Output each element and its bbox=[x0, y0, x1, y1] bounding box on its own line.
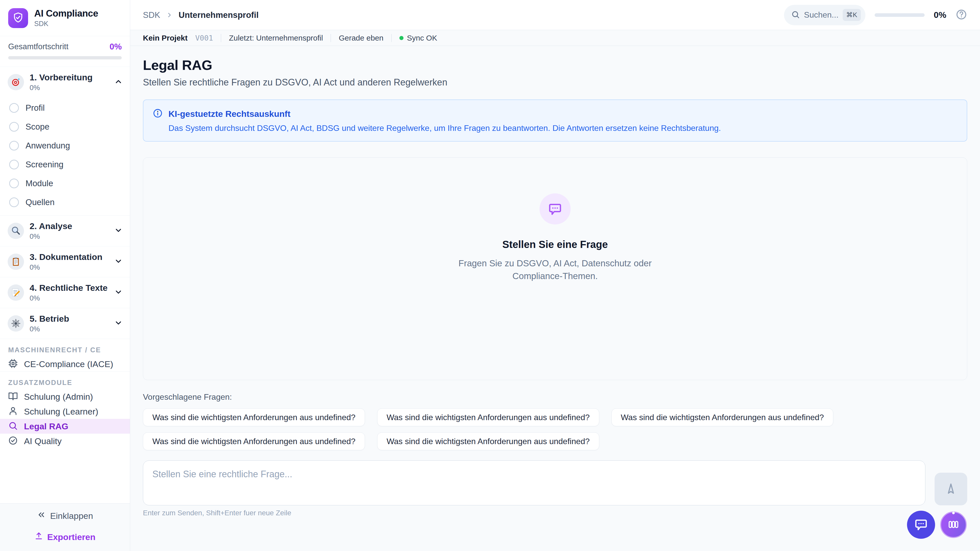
last-visited: Zuletzt: Unternehmensprofil bbox=[229, 34, 323, 42]
suggestion-chip[interactable]: Was sind die wichtigsten Anforderungen a… bbox=[377, 408, 599, 426]
empty-state-title: Stellen Sie eine Frage bbox=[502, 239, 608, 250]
section-percent: 0% bbox=[30, 294, 108, 302]
question-input[interactable] bbox=[143, 460, 925, 505]
memo-pencil-icon bbox=[8, 284, 24, 301]
breadcrumb-root[interactable]: SDK bbox=[143, 10, 160, 20]
search-icon bbox=[8, 421, 18, 432]
group-header-maschinenrecht: MASCHINENRECHT / CE bbox=[0, 339, 130, 357]
step-radio-icon bbox=[9, 103, 19, 113]
overall-progress-bar bbox=[8, 56, 122, 59]
suggestion-chip[interactable]: Was sind die wichtigsten Anforderungen a… bbox=[377, 432, 599, 450]
sidebar-nav: 1. Vorbereitung 0% Profil Scope bbox=[0, 67, 130, 503]
info-banner-body: Das System durchsucht DSGVO, AI Act, BDS… bbox=[169, 124, 958, 133]
question-circle-icon bbox=[956, 9, 967, 21]
app-title-block: AI Compliance SDK bbox=[34, 8, 98, 28]
send-button[interactable] bbox=[935, 473, 967, 505]
step-radio-icon bbox=[9, 160, 19, 169]
version-badge: V001 bbox=[195, 34, 213, 42]
chevrons-left-icon bbox=[37, 510, 46, 521]
export-button[interactable]: Exportieren bbox=[35, 532, 95, 542]
group-header-zusatzmodule: ZUSATZMODULE bbox=[0, 372, 130, 389]
sidebar-item-ai-quality[interactable]: AI Quality bbox=[0, 433, 130, 448]
sidebar-item-schulung-admin[interactable]: Schulung (Admin) bbox=[0, 389, 130, 404]
chevron-down-icon bbox=[114, 288, 123, 297]
sidebar-section-dokumentation[interactable]: 3. Dokumentation 0% bbox=[0, 246, 130, 277]
sync-status: Sync OK bbox=[399, 34, 437, 42]
search-input[interactable]: Suchen... ⌘K bbox=[784, 5, 865, 25]
cpu-icon bbox=[8, 359, 18, 369]
sidebar-item-anwendung[interactable]: Anwendung bbox=[0, 136, 130, 155]
chevron-down-icon bbox=[114, 257, 123, 267]
sidebar-item-quellen[interactable]: Quellen bbox=[0, 193, 130, 212]
chevron-down-icon bbox=[114, 226, 123, 236]
section-title: 2. Analyse bbox=[30, 221, 108, 231]
suggestion-chip[interactable]: Was sind die wichtigsten Anforderungen a… bbox=[143, 408, 365, 426]
sidebar-section-rechtliche-texte[interactable]: 4. Rechtliche Texte 0% bbox=[0, 277, 130, 308]
section-percent: 0% bbox=[30, 263, 108, 272]
section-title: 1. Vorbereitung bbox=[30, 73, 108, 83]
section-vorbereitung-items: Profil Scope Anwendung Screening Module bbox=[0, 97, 130, 215]
search-shortcut-badge: ⌘K bbox=[843, 9, 861, 21]
breadcrumb: SDK Unternehmensprofil bbox=[143, 10, 259, 20]
floating-buttons bbox=[907, 511, 967, 539]
collapse-sidebar-button[interactable]: Einklappen bbox=[37, 510, 93, 521]
paper-plane-icon bbox=[944, 482, 958, 496]
book-open-icon bbox=[8, 391, 18, 402]
chat-fab-button[interactable] bbox=[907, 511, 935, 539]
overall-progress-value: 0% bbox=[110, 42, 122, 52]
sidebar-section-analyse[interactable]: 2. Analyse 0% bbox=[0, 216, 130, 246]
app-root: AI Compliance SDK Gesamtfortschritt 0% 1… bbox=[0, 0, 980, 551]
composer-hint: Enter zum Senden, Shift+Enter fuer neue … bbox=[143, 509, 967, 517]
gear-icon bbox=[8, 315, 24, 332]
magnifier-icon bbox=[8, 223, 24, 239]
suggestion-row: Was sind die wichtigsten Anforderungen a… bbox=[143, 432, 967, 450]
sync-ok-dot-icon bbox=[399, 36, 404, 40]
sidebar-header: AI Compliance SDK bbox=[0, 0, 130, 36]
suggestion-row: Was sind die wichtigsten Anforderungen a… bbox=[143, 408, 967, 426]
search-icon bbox=[791, 10, 800, 20]
check-circle-icon bbox=[8, 436, 18, 446]
last-updated: Gerade eben bbox=[339, 34, 383, 42]
step-radio-icon bbox=[9, 122, 19, 132]
shield-check-icon bbox=[12, 12, 24, 24]
divider bbox=[331, 34, 331, 42]
page-content: Legal RAG Stellen Sie rechtliche Fragen … bbox=[130, 46, 980, 551]
suggestions-label: Vorgeschlagene Fragen: bbox=[143, 392, 967, 402]
columns-fab-button[interactable] bbox=[940, 511, 967, 538]
sidebar-footer: Einklappen Exportieren bbox=[0, 503, 130, 551]
sidebar-section-vorbereitung[interactable]: 1. Vorbereitung 0% bbox=[0, 67, 130, 97]
step-radio-icon bbox=[9, 197, 19, 207]
chevron-up-icon bbox=[114, 77, 123, 87]
step-radio-icon bbox=[9, 179, 19, 188]
empty-state-body: Fragen Sie zu DSGVO, AI Act, Datenschutz… bbox=[458, 257, 652, 282]
target-icon bbox=[8, 74, 24, 90]
composer bbox=[143, 460, 967, 505]
chevron-down-icon bbox=[114, 319, 123, 328]
help-button[interactable] bbox=[956, 9, 967, 21]
section-percent: 0% bbox=[30, 84, 108, 92]
sidebar-item-profil[interactable]: Profil bbox=[0, 98, 130, 118]
info-banner: KI-gestuetzte Rechtsauskunft Das System … bbox=[143, 100, 967, 141]
divider bbox=[391, 34, 392, 42]
section-title: 4. Rechtliche Texte bbox=[30, 283, 108, 293]
sidebar-item-ce-compliance[interactable]: CE-Compliance (IACE) bbox=[0, 357, 130, 372]
header-progress-value: 0% bbox=[934, 10, 946, 20]
top-bar: SDK Unternehmensprofil Suchen... ⌘K 0% bbox=[130, 0, 980, 30]
sidebar-item-legal-rag[interactable]: Legal RAG bbox=[0, 419, 130, 433]
sidebar-section-betrieb[interactable]: 5. Betrieb 0% bbox=[0, 308, 130, 339]
sidebar-item-scope[interactable]: Scope bbox=[0, 118, 130, 136]
page-subtitle: Stellen Sie rechtliche Fragen zu DSGVO, … bbox=[143, 77, 967, 88]
sidebar-item-schulung-learner[interactable]: Schulung (Learner) bbox=[0, 404, 130, 419]
divider bbox=[221, 34, 221, 42]
section-title: 3. Dokumentation bbox=[30, 252, 108, 262]
main-area: SDK Unternehmensprofil Suchen... ⌘K 0% bbox=[130, 0, 980, 551]
suggestion-chip[interactable]: Was sind die wichtigsten Anforderungen a… bbox=[611, 408, 834, 426]
suggestion-chip[interactable]: Was sind die wichtigsten Anforderungen a… bbox=[143, 432, 365, 450]
sidebar-item-module[interactable]: Module bbox=[0, 174, 130, 193]
info-icon bbox=[153, 108, 163, 119]
user-icon bbox=[8, 406, 18, 417]
overall-progress-label: Gesamtfortschritt bbox=[8, 42, 68, 51]
sidebar-item-screening[interactable]: Screening bbox=[0, 155, 130, 174]
breadcrumb-current: Unternehmensprofil bbox=[179, 10, 259, 20]
info-banner-title: KI-gestuetzte Rechtsauskunft bbox=[169, 109, 290, 119]
